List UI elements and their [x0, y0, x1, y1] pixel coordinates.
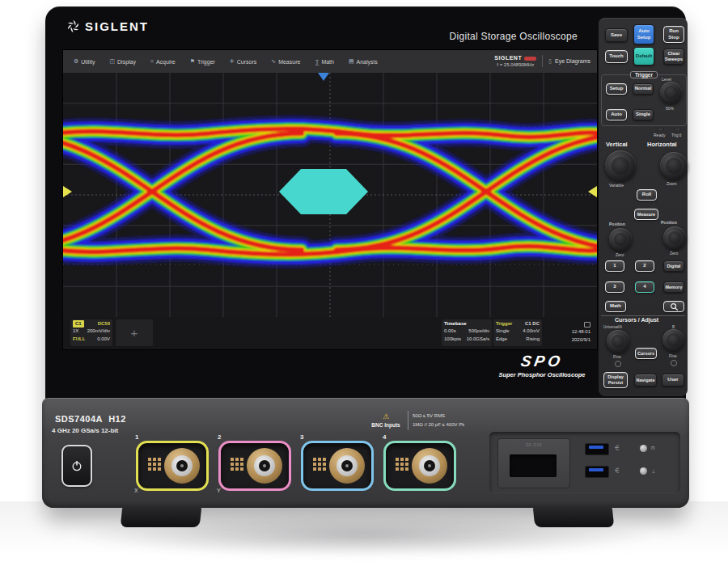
menu-math[interactable]: ∑Math [307, 59, 341, 65]
user-button[interactable]: User [662, 374, 684, 387]
power-button[interactable] [61, 445, 92, 487]
menu-trigger[interactable]: ⚑Trigger [183, 58, 222, 65]
trigger-normal-button[interactable]: Normal [633, 83, 654, 95]
cursors-button[interactable]: Cursors [635, 348, 657, 359]
date-display: 2020/9/1 [572, 336, 590, 344]
trigger-section: Trigger Setup Normal Auto Single Level 5… [601, 74, 687, 126]
crosshair-icon: ✛ [230, 58, 235, 65]
vertical-section-title: Vertical [606, 141, 628, 148]
brand-block: SIGLENT [66, 19, 149, 33]
search-button[interactable] [663, 301, 684, 312]
horizontal-scale-knob[interactable] [660, 152, 688, 180]
trigd-led [674, 128, 681, 131]
control-panel: Save Auto Setup Run Stop Touch Default C… [599, 18, 688, 396]
channel-4-button[interactable]: 4 [635, 281, 654, 293]
digital-button[interactable]: Digital [663, 260, 684, 272]
horizontal-position-knob[interactable] [663, 226, 686, 249]
gear-icon: ⚙ [74, 58, 78, 65]
menu-cursors[interactable]: ✛Cursors [222, 58, 264, 65]
vertical-position-label: Position [609, 222, 625, 226]
trigger-level-marker-right[interactable] [588, 186, 597, 197]
warning-line-2: 1MΩ // 20 pF ≤ 400V Pk [413, 421, 464, 429]
menu-utility[interactable]: ⚙Utility [66, 58, 102, 65]
roll-button[interactable]: Roll [637, 189, 657, 201]
universal-a-label: Universal/A [603, 325, 622, 329]
measure-button[interactable]: Measure [634, 209, 658, 220]
bnc-connector [164, 448, 200, 484]
usb-port-2[interactable] [585, 466, 609, 478]
foot-left [121, 506, 202, 527]
math-button[interactable]: Math [605, 301, 626, 312]
cursor-a-knob[interactable] [607, 330, 629, 353]
fine-a-label: Fine [613, 354, 621, 359]
trigger-single-button[interactable]: Single [633, 109, 654, 120]
trigger-box[interactable]: TriggerC1 DC Single4.00mV EdgeRising [493, 319, 542, 346]
siglent-red-mark [524, 57, 536, 61]
memory-button[interactable]: Memory [663, 281, 684, 293]
horizontal-position-label: Position [661, 220, 677, 225]
magnifier-icon [670, 302, 679, 311]
fine-b-label: Fine [669, 353, 677, 358]
warning-divider [408, 411, 408, 430]
channel-3-button[interactable]: 3 [605, 281, 624, 293]
clear-sweeps-button[interactable]: Clear Sweeps [663, 49, 684, 65]
touch-button[interactable]: Touch [605, 50, 628, 63]
trigger-position-marker[interactable] [318, 73, 329, 81]
variable-label: Variable [609, 183, 624, 188]
screen-logo-text: SIGLENT [494, 55, 522, 61]
trigger-level-marker-left[interactable] [63, 186, 72, 197]
menu-measure[interactable]: ∿Measure [264, 58, 307, 65]
brand-name: SIGLENT [85, 19, 149, 33]
channel-4-ring [383, 441, 456, 491]
navigate-button[interactable]: Navigate [634, 374, 657, 387]
specs-label: 4 GHz 20 GSa/s 12-bit [52, 427, 118, 434]
probe-comp-terminal [640, 445, 647, 452]
menu-acquire[interactable]: ⌗Acquire [143, 58, 183, 65]
clock-icon [584, 322, 590, 328]
frequency-counter: f = 25.04890MHz [497, 62, 534, 68]
default-button[interactable]: Default [633, 47, 654, 66]
trigger-setup-button[interactable]: Setup [606, 83, 627, 95]
acquire-icon: ⌗ [150, 58, 154, 65]
display-icon: ◫ [109, 58, 115, 65]
channel-badge: C1 [73, 320, 84, 328]
channel1-box[interactable]: C1DC50 1X200mV/div FULL0.00V [70, 319, 112, 346]
vertical-position-knob[interactable] [609, 228, 632, 251]
cursors-section-title: Cursors / Adjust [615, 317, 658, 323]
spo-logo: SPO [519, 353, 565, 370]
spo-caption: Super Phosphor Oscilloscope [485, 371, 599, 378]
eye-diagrams-button[interactable]: ▯ Eye Diagrams [548, 58, 590, 65]
waveform-area[interactable] [63, 73, 597, 317]
bnc-channel-4: 4 [383, 433, 458, 493]
display-persist-button[interactable]: Display Persist [603, 372, 628, 388]
bnc-channel-3: 3 [301, 433, 375, 493]
add-channel-button[interactable]: + [116, 319, 153, 346]
wave-icon: ∿ [271, 58, 276, 65]
vertical-scale-knob[interactable] [605, 150, 636, 181]
power-icon [70, 459, 83, 472]
trigger-auto-button[interactable]: Auto [606, 109, 627, 120]
usb-port-1[interactable] [585, 443, 609, 455]
trigger-level-knob[interactable] [660, 82, 682, 104]
run-stop-button[interactable]: Run Stop [663, 26, 684, 43]
vertical-zero-label: Zero [616, 252, 624, 257]
channel-1-button[interactable]: 1 [605, 260, 624, 272]
push-b-icon [671, 360, 677, 366]
menu-display[interactable]: ◫Display [102, 58, 143, 65]
warning-icon: ⚠ [368, 412, 404, 421]
auto-setup-button[interactable]: Auto Setup [633, 24, 654, 44]
menu-bar: ⚙Utility ◫Display ⌗Acquire ⚑Trigger ✛Cur… [63, 50, 597, 73]
channel-2-button[interactable]: 2 [635, 260, 654, 272]
probe-sense-pins [396, 458, 399, 461]
timebase-box[interactable]: Timebase 0.00s500ps/div 100kpts10.0GSa/s [442, 319, 492, 346]
digital-probe-port[interactable]: D0-D15 [497, 438, 570, 488]
horizontal-zero-label: Zero [670, 251, 678, 256]
bnc-connector [329, 448, 365, 484]
trigger-fifty-label: 50% [666, 106, 674, 111]
clipboard-icon: ▯ [548, 58, 552, 65]
cursor-b-knob[interactable] [662, 329, 684, 351]
bnc-channel-1: 1 X [136, 433, 210, 493]
menu-analysis[interactable]: ▤Analysis [341, 58, 385, 65]
horizontal-section-title: Horizontal [647, 141, 677, 148]
save-button[interactable]: Save [605, 28, 628, 42]
